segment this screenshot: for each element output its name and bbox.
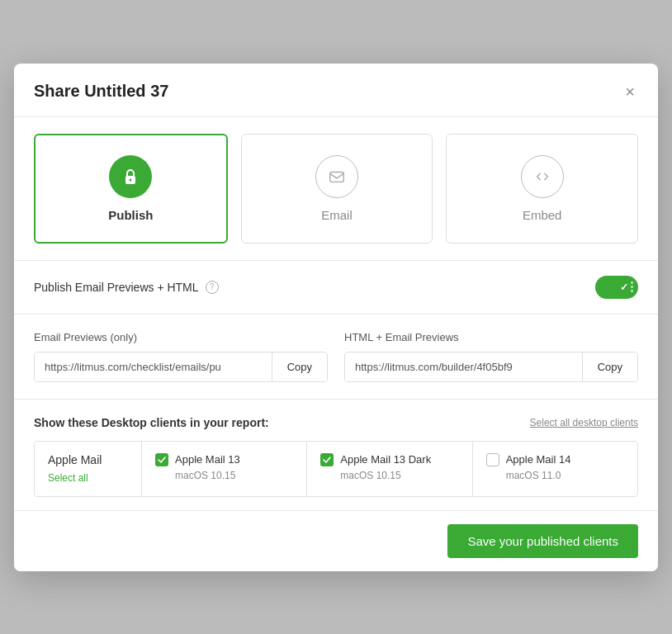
tabs-row: Publish Email <box>34 134 638 244</box>
select-all-desktop-button[interactable]: Select all desktop clients <box>530 417 638 428</box>
email-tab-label: Email <box>321 208 353 222</box>
lock-icon <box>121 167 140 187</box>
clients-table: Apple Mail Select all <box>34 441 638 497</box>
checkbox-apple-mail-13[interactable] <box>155 453 168 466</box>
embed-icon-circle <box>521 155 564 198</box>
url-col1-label: Email Previews (only) <box>34 331 328 343</box>
client-name-apple-mail-14: Apple Mail 14 <box>506 453 571 466</box>
client-group-name: Apple Mail <box>48 453 128 466</box>
client-items-col: Apple Mail 13 macOS 10.15 <box>142 442 637 496</box>
client-item-apple-mail-13: Apple Mail 13 macOS 10.15 <box>142 442 307 496</box>
modal-title: Share Untitled 37 <box>34 82 168 101</box>
toggle-bars-icon <box>631 282 633 292</box>
client-item-apple-mail-14: Apple Mail 14 macOS 11.0 <box>473 442 637 496</box>
copy-button-previews[interactable]: Copy <box>272 352 327 381</box>
publish-icon-circle <box>109 155 152 198</box>
clients-section: Show these Desktop clients in your repor… <box>14 400 658 510</box>
url-col-html: HTML + Email Previews Copy <box>344 331 638 382</box>
url-input-html[interactable] <box>345 352 582 381</box>
client-name-apple-mail-13: Apple Mail 13 <box>175 453 240 466</box>
copy-button-html[interactable]: Copy <box>582 352 637 381</box>
check-icon <box>158 457 166 463</box>
toggle-switch[interactable]: ✓ <box>595 276 638 299</box>
svg-rect-2 <box>330 172 344 182</box>
envelope-icon <box>328 168 346 186</box>
modal-overlay: Share Untitled 37 × Publish <box>0 0 672 634</box>
info-icon[interactable]: ? <box>206 281 219 294</box>
client-os-apple-mail-14: macOS 11.0 <box>486 470 624 481</box>
tab-publish[interactable]: Publish <box>34 134 228 244</box>
embed-tab-label: Embed <box>523 208 562 222</box>
clients-header: Show these Desktop clients in your repor… <box>34 416 638 429</box>
url-col-previews: Email Previews (only) Copy <box>34 331 328 382</box>
save-button[interactable]: Save your published clients <box>447 524 638 558</box>
url-columns: Email Previews (only) Copy HTML + Email … <box>34 331 638 382</box>
code-icon <box>533 168 551 186</box>
svg-point-1 <box>130 178 132 181</box>
share-modal: Share Untitled 37 × Publish <box>14 64 658 571</box>
toggle-section: Publish Email Previews + HTML ? ✓ <box>14 261 658 315</box>
toggle-label-row: Publish Email Previews + HTML ? <box>34 281 219 294</box>
url-input-row-1: Copy <box>34 352 328 382</box>
client-os-apple-mail-13: macOS 10.15 <box>155 470 293 481</box>
client-group-select-all-button[interactable]: Select all <box>48 472 88 484</box>
modal-header: Share Untitled 37 × <box>14 64 658 117</box>
close-button[interactable]: × <box>622 80 638 103</box>
client-name-apple-mail-13-dark: Apple Mail 13 Dark <box>340 453 431 466</box>
toggle-label: Publish Email Previews + HTML <box>34 281 199 294</box>
url-section: Email Previews (only) Copy HTML + Email … <box>14 315 658 400</box>
publish-tab-label: Publish <box>108 208 153 222</box>
checkbox-apple-mail-13-dark[interactable] <box>320 453 334 466</box>
client-os-apple-mail-13-dark: macOS 10.15 <box>320 470 458 481</box>
client-item-apple-mail-13-dark: Apple Mail 13 Dark macOS 10.15 <box>307 442 472 496</box>
client-group-col-apple-mail: Apple Mail Select all <box>35 442 142 496</box>
url-input-row-2: Copy <box>344 352 638 382</box>
tab-embed[interactable]: Embed <box>446 134 638 244</box>
clients-title: Show these Desktop clients in your repor… <box>34 416 269 429</box>
tab-email[interactable]: Email <box>241 134 433 244</box>
check-icon <box>323 457 331 463</box>
tab-section: Publish Email <box>14 117 658 261</box>
toggle-check-icon: ✓ <box>620 282 628 293</box>
url-col2-label: HTML + Email Previews <box>344 331 638 343</box>
email-icon-circle <box>315 155 358 198</box>
url-input-previews[interactable] <box>35 352 272 381</box>
checkbox-apple-mail-14[interactable] <box>486 453 499 466</box>
modal-footer: Save your published clients <box>14 510 658 571</box>
clients-group-row-apple-mail: Apple Mail Select all <box>35 442 637 496</box>
